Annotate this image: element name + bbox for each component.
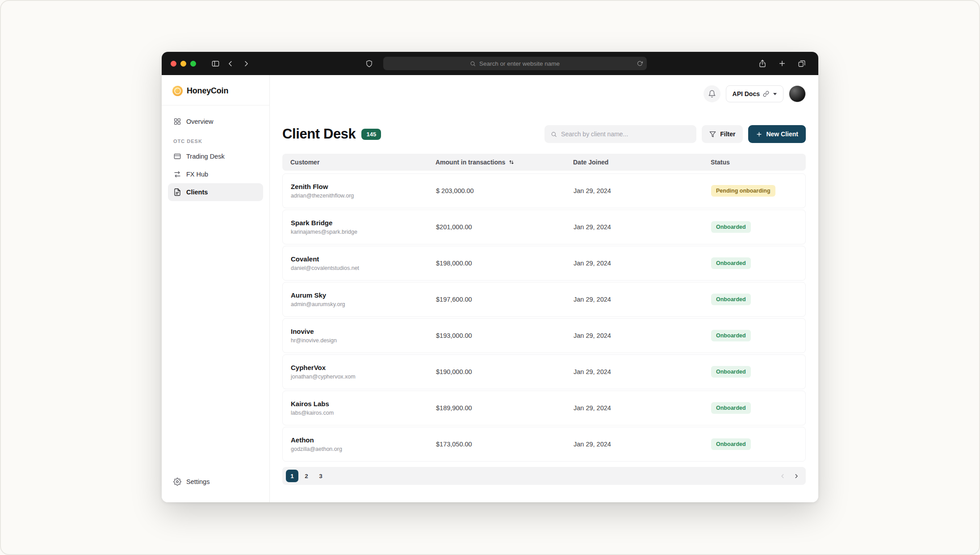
status-badge: Onboarded bbox=[711, 221, 751, 233]
address-bar-placeholder: Search or enter website name bbox=[479, 60, 560, 67]
customer-name: CypherVox bbox=[291, 364, 428, 371]
amount-cell: $193,000.00 bbox=[428, 332, 565, 339]
privacy-shield-icon[interactable] bbox=[362, 56, 377, 71]
amount-cell: $173,050.00 bbox=[428, 441, 565, 448]
date-joined-cell: Jan 29, 2024 bbox=[565, 441, 703, 448]
status-badge: Onboarded bbox=[711, 402, 751, 414]
amount-cell: $190,000.00 bbox=[428, 368, 565, 375]
bell-icon bbox=[708, 90, 716, 98]
address-bar[interactable]: Search or enter website name bbox=[383, 57, 647, 70]
amount-cell: $198,000.00 bbox=[428, 260, 565, 267]
client-search-input[interactable] bbox=[561, 130, 690, 138]
page-button-1[interactable]: 1 bbox=[286, 470, 298, 482]
fx-arrows-icon bbox=[173, 170, 181, 178]
date-joined-cell: Jan 29, 2024 bbox=[565, 296, 703, 303]
client-search-box[interactable] bbox=[544, 125, 696, 143]
search-icon bbox=[470, 61, 476, 67]
traffic-lights bbox=[171, 61, 196, 67]
amount-cell: $ 203,000.00 bbox=[428, 187, 565, 194]
status-badge: Onboarded bbox=[711, 438, 751, 450]
sidebar-toggle-icon[interactable] bbox=[208, 56, 223, 71]
sidebar: HoneyCoin Overview OTC DESK Trading Desk bbox=[162, 75, 270, 502]
sidebar-item-overview[interactable]: Overview bbox=[168, 113, 263, 130]
table-row[interactable]: CypherVox jonathan@cyphervox.xom $190,00… bbox=[282, 354, 806, 389]
column-header-amount-label: Amount in transactions bbox=[436, 159, 505, 166]
customer-name: Aethon bbox=[291, 436, 428, 444]
filter-button[interactable]: Filter bbox=[702, 125, 743, 143]
customer-email: adrian@thezenithflow.org bbox=[291, 193, 428, 199]
page-button-2[interactable]: 2 bbox=[300, 470, 313, 482]
column-header-status: Status bbox=[703, 159, 806, 166]
customer-cell: Aethon godzilla@aethon.org bbox=[283, 436, 428, 452]
status-cell: Onboarded bbox=[703, 366, 805, 378]
share-icon[interactable] bbox=[755, 56, 770, 71]
customer-name: Kairos Labs bbox=[291, 400, 428, 408]
grid-icon bbox=[173, 118, 181, 126]
previous-page-icon[interactable] bbox=[776, 470, 789, 482]
status-cell: Onboarded bbox=[703, 330, 805, 341]
column-header-customer: Customer bbox=[282, 159, 427, 166]
new-client-button[interactable]: New Client bbox=[748, 125, 806, 143]
customer-cell: Aurum Sky admin@aurumsky.org bbox=[283, 291, 428, 307]
sidebar-item-label: FX Hub bbox=[186, 171, 208, 178]
date-joined-cell: Jan 29, 2024 bbox=[565, 223, 703, 231]
forward-button-icon[interactable] bbox=[238, 56, 253, 71]
sidebar-item-trading-desk[interactable]: Trading Desk bbox=[168, 147, 263, 165]
status-cell: Pending onboarding bbox=[703, 185, 805, 197]
status-badge: Pending onboarding bbox=[711, 185, 775, 197]
amount-cell: $197,600.00 bbox=[428, 296, 565, 303]
sidebar-item-label: Settings bbox=[186, 478, 209, 485]
next-page-icon[interactable] bbox=[790, 470, 802, 482]
customer-email: godzilla@aethon.org bbox=[291, 446, 428, 452]
api-docs-button[interactable]: API Docs bbox=[726, 85, 783, 102]
close-window-button[interactable] bbox=[171, 61, 176, 67]
client-count-badge: 145 bbox=[361, 129, 381, 140]
brand-name: HoneyCoin bbox=[187, 86, 228, 96]
table-row[interactable]: Covalent daniel@covalentstudios.net $198… bbox=[282, 246, 806, 281]
table-row[interactable]: Spark Bridge karinajames@spark.bridge $2… bbox=[282, 210, 806, 244]
customer-email: karinajames@spark.bridge bbox=[291, 229, 428, 235]
customer-cell: Inovive hr@inovive.design bbox=[283, 328, 428, 344]
content-topbar: API Docs bbox=[282, 75, 806, 113]
sidebar-item-label: Overview bbox=[186, 118, 213, 125]
date-joined-cell: Jan 29, 2024 bbox=[565, 332, 703, 339]
back-button-icon[interactable] bbox=[223, 56, 238, 71]
column-header-amount[interactable]: Amount in transactions bbox=[427, 159, 565, 166]
date-joined-cell: Jan 29, 2024 bbox=[565, 187, 703, 194]
tab-overview-icon[interactable] bbox=[794, 56, 809, 71]
customer-name: Spark Bridge bbox=[291, 219, 428, 227]
table-row[interactable]: Aurum Sky admin@aurumsky.org $197,600.00… bbox=[282, 282, 806, 317]
date-joined-cell: Jan 29, 2024 bbox=[565, 404, 703, 412]
sidebar-section-label: OTC DESK bbox=[173, 139, 258, 144]
gear-icon bbox=[173, 478, 181, 486]
main-content: API Docs Client Desk 145 bbox=[270, 75, 818, 502]
app-root: HoneyCoin Overview OTC DESK Trading Desk bbox=[162, 75, 818, 502]
new-client-label: New Client bbox=[766, 130, 798, 138]
customer-cell: Spark Bridge karinajames@spark.bridge bbox=[283, 219, 428, 235]
sidebar-item-clients[interactable]: Clients bbox=[168, 183, 263, 201]
honeycoin-coin-icon bbox=[172, 86, 183, 96]
table-row[interactable]: Aethon godzilla@aethon.org $173,050.00 J… bbox=[282, 427, 806, 462]
table-row[interactable]: Kairos Labs labs@kairos.com $189,900.00 … bbox=[282, 391, 806, 425]
new-tab-icon[interactable] bbox=[775, 56, 790, 71]
status-cell: Onboarded bbox=[703, 402, 805, 414]
sidebar-item-fx-hub[interactable]: FX Hub bbox=[168, 165, 263, 183]
sidebar-item-label: Clients bbox=[186, 189, 208, 196]
amount-cell: $201,000.00 bbox=[428, 223, 565, 231]
notifications-button[interactable] bbox=[704, 85, 720, 102]
refresh-icon[interactable] bbox=[637, 61, 643, 67]
user-avatar[interactable] bbox=[789, 85, 806, 102]
customer-email: jonathan@cyphervox.xom bbox=[291, 374, 428, 380]
page-button-3[interactable]: 3 bbox=[314, 470, 327, 482]
api-docs-label: API Docs bbox=[733, 90, 760, 97]
browser-titlebar: Search or enter website name bbox=[162, 52, 818, 75]
table-row[interactable]: Zenith Flow adrian@thezenithflow.org $ 2… bbox=[282, 173, 806, 208]
table-row[interactable]: Inovive hr@inovive.design $193,000.00 Ja… bbox=[282, 318, 806, 353]
customer-email: admin@aurumsky.org bbox=[291, 301, 428, 307]
sidebar-item-settings[interactable]: Settings bbox=[168, 473, 263, 491]
pagination-bar: 1 2 3 bbox=[282, 467, 806, 485]
browser-window: Search or enter website name Honey bbox=[162, 52, 818, 502]
zoom-window-button[interactable] bbox=[190, 61, 196, 67]
minimize-window-button[interactable] bbox=[180, 61, 186, 67]
status-badge: Onboarded bbox=[711, 366, 751, 378]
